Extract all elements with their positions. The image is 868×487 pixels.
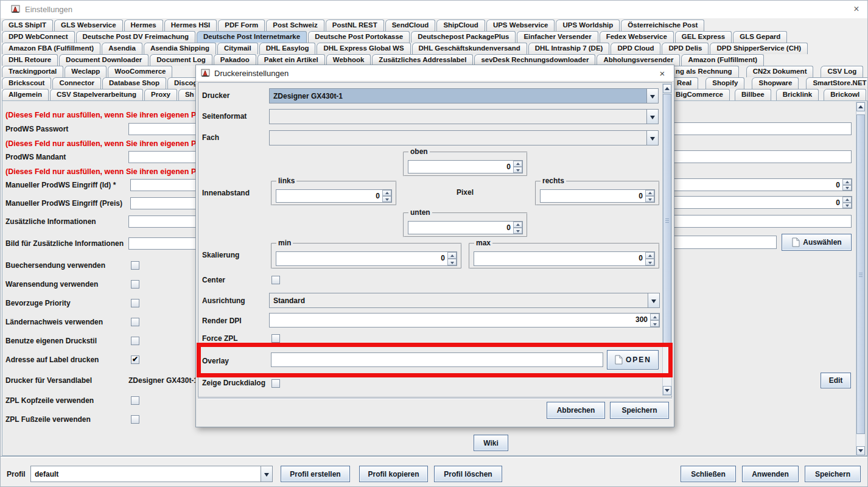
profil-loeschen-button[interactable]: Profil löschen xyxy=(434,466,502,482)
force-zpl-checkbox[interactable] xyxy=(271,334,280,343)
tab-gls-webservice[interactable]: GLS Webservice xyxy=(54,19,123,31)
spinner-up-icon[interactable] xyxy=(382,190,391,196)
zpl-kopfzeile-checkbox[interactable] xyxy=(131,396,139,405)
anwenden-button[interactable]: Anwenden xyxy=(742,466,799,482)
tab-post-schweiz[interactable]: Post Schweiz xyxy=(266,19,324,31)
chevron-down-icon[interactable] xyxy=(646,131,658,145)
spinner-down-icon[interactable] xyxy=(650,320,659,327)
wiki-button[interactable]: Wiki xyxy=(474,435,508,451)
spinner-down-icon[interactable] xyxy=(645,259,654,265)
warensendung-checkbox[interactable] xyxy=(131,280,139,289)
abbrechen-button[interactable]: Abbrechen xyxy=(547,402,605,419)
buechersendung-checkbox[interactable] xyxy=(131,261,139,270)
tab-dhl-intraship-7-de-[interactable]: DHL Intraship 7 (DE) xyxy=(528,43,610,54)
adresse-label-checkbox[interactable] xyxy=(131,356,139,364)
tab-proxy[interactable]: Proxy xyxy=(144,89,177,100)
scroll-up-icon[interactable] xyxy=(663,84,671,93)
spinner-up-icon[interactable] xyxy=(645,190,654,196)
center-checkbox[interactable] xyxy=(271,276,280,284)
tab-amazon-fulfillment-[interactable]: Amazon (Fulfillment) xyxy=(681,54,764,66)
tab-csv-log[interactable]: CSV Log xyxy=(821,66,863,77)
chevron-down-icon[interactable] xyxy=(646,89,658,103)
spinner-down-icon[interactable] xyxy=(513,167,522,173)
spinner-up-icon[interactable] xyxy=(842,197,852,203)
tab-dpd-webconnect[interactable]: DPD WebConnect xyxy=(2,31,75,43)
tab-ng-als-rechnung[interactable]: ng als Rechnung xyxy=(669,66,739,77)
chevron-down-icon[interactable] xyxy=(646,110,658,124)
tab-database-shop[interactable]: Database Shop xyxy=(102,77,166,89)
spinner-down-icon[interactable] xyxy=(842,185,852,191)
scroll-up-icon[interactable] xyxy=(856,102,865,111)
spinner-up-icon[interactable] xyxy=(650,314,659,320)
tab-dhl-geschäftskundenversand[interactable]: DHL Geschäftskundenversand xyxy=(412,43,527,54)
tab-hermes-hsi[interactable]: Hermes HSI xyxy=(164,19,217,31)
spinner-up-icon[interactable] xyxy=(645,252,654,259)
drucker-combobox[interactable]: ZDesigner GX430t-1 xyxy=(269,88,659,103)
tab-woocommerce[interactable]: WooCommerce xyxy=(108,66,172,77)
tab-deutsche-post-portokasse[interactable]: Deutsche Post Portokasse xyxy=(308,31,410,43)
tab-fedex-webservice[interactable]: Fedex Webservice xyxy=(600,31,674,43)
profil-erstellen-button[interactable]: Profil erstellen xyxy=(281,466,350,482)
spinner-up-icon[interactable] xyxy=(447,252,457,259)
schliessen-button[interactable]: Schließen xyxy=(681,466,736,482)
tab-smartstore-net[interactable]: SmartStore.NET xyxy=(806,77,868,89)
tab-citymail[interactable]: Citymail xyxy=(217,43,258,54)
zeige-druckdialog-checkbox[interactable] xyxy=(271,379,280,388)
tab-document-downloader[interactable]: Document Downloader xyxy=(59,54,149,66)
tab-dhl-retoure[interactable]: DHL Retoure xyxy=(2,54,58,66)
tab-connector[interactable]: Connector xyxy=(52,77,101,89)
tab-billbee[interactable]: Billbee xyxy=(735,89,771,100)
tab-einfacher-versender[interactable]: Einfacher Versender xyxy=(517,31,598,43)
spinner-down-icon[interactable] xyxy=(645,196,654,202)
dialog-scrollbar-thumb[interactable] xyxy=(663,94,671,346)
speichern-button[interactable]: Speichern xyxy=(805,466,861,482)
tab-trackingportal[interactable]: Trackingportal xyxy=(2,66,63,77)
tab-csv-stapelverarbeitung[interactable]: CSV Stapelverarbeitung xyxy=(50,89,143,100)
tab-gel-express[interactable]: GEL Express xyxy=(675,31,732,43)
tab-cn2x-dokument[interactable]: CN2x Dokument xyxy=(746,66,814,77)
spinner-down-icon[interactable] xyxy=(447,259,457,265)
tab-pdf-form[interactable]: PDF Form xyxy=(218,19,265,31)
tab-asendia[interactable]: Asendia xyxy=(102,43,142,54)
tab-dpd-shipperservice-ch-[interactable]: DPD ShipperService (CH) xyxy=(710,43,808,54)
tab-deutsche-post-internetmarke[interactable]: Deutsche Post Internetmarke xyxy=(197,31,307,43)
tab-sendcloud[interactable]: SendCloud xyxy=(385,19,436,31)
tab-shipcloud[interactable]: ShipCloud xyxy=(436,19,485,31)
rechts-spinner[interactable]: 0 xyxy=(540,189,655,203)
tab-shopify[interactable]: Shopify xyxy=(705,77,744,89)
tab-gls-gepard[interactable]: GLS Gepard xyxy=(733,31,787,43)
tab-österreichische-post[interactable]: Österreichische Post xyxy=(621,19,704,31)
links-spinner[interactable]: 0 xyxy=(276,189,392,203)
window-close-icon[interactable]: × xyxy=(850,3,863,15)
open-button[interactable]: OPEN xyxy=(607,350,659,370)
tab-ups-worldship[interactable]: UPS Worldship xyxy=(556,19,620,31)
fach-combobox[interactable] xyxy=(269,130,659,145)
tab-bigcommerce[interactable]: BigCommerce xyxy=(669,89,730,100)
chevron-down-icon[interactable] xyxy=(261,466,272,482)
dialog-speichern-button[interactable]: Speichern xyxy=(610,402,669,419)
main-scrollbar-thumb[interactable] xyxy=(856,114,865,434)
tab-shopware[interactable]: Shopware xyxy=(752,77,799,89)
tab-dpd-delis[interactable]: DPD Delis xyxy=(662,43,709,54)
tab-hermes[interactable]: Hermes xyxy=(124,19,163,31)
tab-gls-shipit[interactable]: GLS ShipIT xyxy=(2,19,53,31)
laendernachweis-checkbox[interactable] xyxy=(131,318,139,326)
overlay-field[interactable] xyxy=(271,352,603,367)
profil-combobox[interactable]: default xyxy=(30,466,273,482)
tab-allgemein[interactable]: Allgemein xyxy=(2,89,49,100)
dialog-close-icon[interactable]: × xyxy=(657,68,668,79)
scroll-down-icon[interactable] xyxy=(663,386,671,395)
tab-brickscout[interactable]: Brickscout xyxy=(2,77,51,89)
spinner-up-icon[interactable] xyxy=(513,161,522,167)
min-spinner[interactable]: 0 xyxy=(276,251,457,266)
spinner-down-icon[interactable] xyxy=(382,196,391,202)
tab-weclapp[interactable]: Weclapp xyxy=(65,66,107,77)
chevron-down-icon[interactable] xyxy=(648,293,659,307)
render-dpi-spinner[interactable]: 300 xyxy=(269,313,660,328)
tab-dpd-cloud[interactable]: DPD Cloud xyxy=(611,43,660,54)
druckstil-checkbox[interactable] xyxy=(131,337,139,345)
ausrichtung-combobox[interactable]: Standard xyxy=(269,293,660,308)
tab-dhl-express-global-ws[interactable]: DHL Express Global WS xyxy=(317,43,410,54)
oben-spinner[interactable]: 0 xyxy=(408,160,523,173)
spinner-up-icon[interactable] xyxy=(513,222,522,228)
